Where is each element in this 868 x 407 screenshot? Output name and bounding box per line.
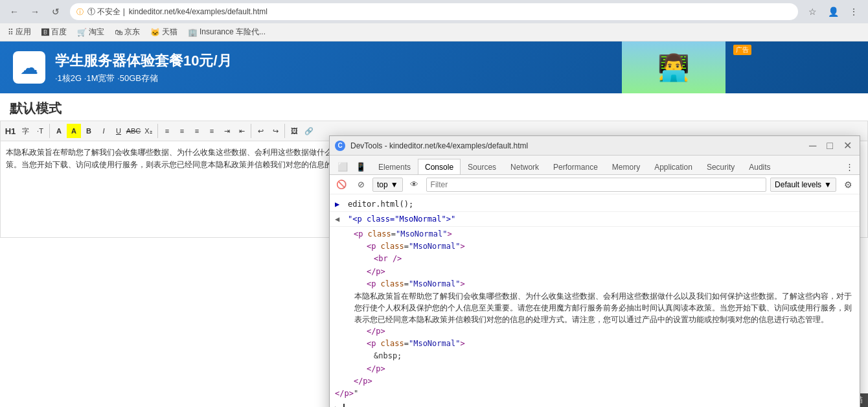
bookmark-baidu-label: 百度 (51, 27, 67, 38)
toolbar-h1[interactable]: H1 (3, 124, 17, 138)
bookmark-baidu[interactable]: 🅱 百度 (39, 25, 69, 39)
toolbar-align-right[interactable]: ≡ (190, 124, 204, 138)
html-line-5: <p class="MsoNormal"> (335, 278, 854, 290)
devtools-title: DevTools - kindeditor.net/ke4/examples/d… (350, 141, 801, 150)
devtools-minimize-button[interactable]: ─ (806, 139, 819, 152)
user-account-button[interactable]: 👤 (824, 3, 842, 21)
toolbar-link[interactable]: 🔗 (302, 124, 316, 138)
toolbar-undo[interactable]: ↩ (253, 124, 268, 138)
back-button[interactable]: ← (5, 3, 23, 21)
console-input-line[interactable]: ▶ (330, 401, 860, 407)
toolbar-image[interactable]: 🖼 (287, 124, 301, 138)
tab-elements[interactable]: Elements (371, 159, 418, 175)
cloud-icon: ☁ (20, 57, 38, 78)
bookmark-apps[interactable]: ⠿ 应用 (5, 25, 34, 39)
toolbar-align-center[interactable]: ≡ (175, 124, 189, 138)
apps-icon: ⠿ (8, 28, 14, 37)
toolbar-redo[interactable]: ↪ (268, 124, 282, 138)
console-line-output: ◀ "<p class="MsoNormal">" (330, 212, 860, 227)
console-arrow-right: ▶ (335, 198, 344, 210)
toolbar-indent[interactable]: ⇥ (220, 124, 234, 138)
tab-application[interactable]: Application (647, 159, 700, 175)
toolbar-strikethrough[interactable]: ABC (126, 124, 141, 138)
tab-sources[interactable]: Sources (461, 159, 503, 175)
toolbar-sep-4 (284, 124, 285, 138)
console-stop-button[interactable]: ⊘ (353, 177, 369, 192)
toolbar-align-justify[interactable]: ≡ (205, 124, 219, 138)
ad-subtitle: ·1核2G ·1M宽带 ·50GB存储 (55, 73, 232, 84)
tab-audits[interactable]: Audits (742, 159, 777, 175)
bookmark-insurance[interactable]: 🏢 Insurance 车险代... (185, 25, 268, 39)
tab-security[interactable]: Security (700, 159, 742, 175)
bookmark-star-button[interactable]: ☆ (803, 3, 821, 21)
toolbar-outdent[interactable]: ⇤ (234, 124, 249, 138)
bookmark-tianmao[interactable]: 🐱 天猫 (148, 25, 180, 39)
console-filter-input[interactable] (426, 178, 766, 192)
toolbar-underline[interactable]: U (111, 124, 126, 138)
console-line-input: ▶ editor.html(); (330, 197, 860, 212)
devtools-tab-icons: ⬜ 📱 (332, 159, 371, 174)
ad-banner: ☁ 学生服务器体验套餐10元/月 ·1核2G ·1M宽带 ·50GB存储 👨‍💻… (0, 41, 868, 93)
bookmark-taobao-label: 淘宝 (89, 27, 104, 38)
tab-performance[interactable]: Performance (546, 159, 605, 175)
ad-main-title: 学生服务器体验套餐10元/月 (55, 51, 232, 71)
taobao-icon: 🛒 (77, 28, 87, 37)
toolbar-italic[interactable]: I (97, 124, 111, 138)
security-icon: ⓘ (76, 7, 84, 17)
toolbar-font-size[interactable]: ·T (33, 124, 47, 138)
devtools-more-button[interactable]: ⋮ (841, 159, 857, 174)
devtools-console[interactable]: ▶ editor.html(); ◀ "<p class="MsoNormal"… (330, 194, 860, 407)
tab-memory[interactable]: Memory (605, 159, 647, 175)
console-input-text: editor.html(); (348, 198, 413, 210)
level-label: Default levels (775, 180, 821, 189)
html-close-outer: </p> (335, 375, 854, 388)
nav-buttons: ← → ↺ (5, 3, 65, 21)
address-bar[interactable]: ⓘ ① 不安全 | kindeditor.net/ke4/examples/de… (70, 3, 798, 20)
ad-tag: 广告 (733, 45, 751, 55)
devtools-device-button[interactable]: 📱 (353, 159, 369, 174)
forward-button[interactable]: → (26, 3, 44, 21)
bookmark-taobao[interactable]: 🛒 淘宝 (74, 25, 107, 39)
bookmark-jingdong-label: 京东 (124, 27, 140, 38)
tab-network[interactable]: Network (503, 159, 546, 175)
html-line-2: <p class="MsoNormal"> (335, 240, 854, 253)
toolbar-bold[interactable]: B (82, 124, 96, 138)
context-arrow-icon: ▼ (391, 180, 398, 189)
console-settings-button[interactable]: ⚙ (840, 177, 856, 192)
devtools-favicon: C (335, 141, 345, 151)
toolbar-sep-1 (49, 124, 50, 138)
html-line-4: </p> (335, 266, 854, 278)
protocol-label: ① 不安全 | (87, 6, 125, 17)
devtools-panel: C DevTools - kindeditor.net/ke4/examples… (329, 135, 860, 407)
bookmark-jingdong[interactable]: 🛍 京东 (112, 25, 143, 39)
reload-button[interactable]: ↺ (47, 3, 65, 21)
toolbar-sep-3 (251, 124, 251, 138)
html-close-root: </p>" (335, 388, 854, 400)
more-options-button[interactable]: ⋮ (845, 3, 863, 21)
toolbar-font-color[interactable]: A (52, 124, 66, 138)
console-clear-button[interactable]: 🚫 (334, 177, 349, 192)
bookmark-apps-label: 应用 (16, 27, 31, 38)
browser-frame: ← → ↺ ⓘ ① 不安全 | kindeditor.net/ke4/examp… (0, 0, 868, 407)
browser-titlebar: ← → ↺ ⓘ ① 不安全 | kindeditor.net/ke4/examp… (0, 0, 868, 23)
devtools-titlebar: C DevTools - kindeditor.net/ke4/examples… (330, 136, 860, 156)
console-eye-button[interactable]: 👁 (407, 177, 422, 192)
context-label: top (377, 180, 388, 189)
devtools-window-buttons: ─ □ ✕ (806, 139, 854, 152)
devtools-inspect-button[interactable]: ⬜ (335, 159, 350, 174)
toolbar-align-left[interactable]: ≡ (160, 124, 174, 138)
toolbar-font-name[interactable]: 字 (18, 124, 32, 138)
input-prompt-icon: ▶ (335, 404, 339, 407)
html-close-inner: </p> (335, 363, 854, 375)
toolbar-bg-color[interactable]: A (67, 124, 81, 138)
devtools-maximize-button[interactable]: □ (824, 139, 836, 152)
html-content-block: 本隐私政策旨在帮助您了解我们会收集哪些数据、为什么收集这些数据、会利用这些数据做… (335, 290, 854, 325)
toolbar-subscript[interactable]: X₂ (141, 124, 155, 138)
devtools-close-button[interactable]: ✕ (841, 139, 854, 152)
console-level-select[interactable]: Default levels ▼ (770, 178, 836, 192)
jingdong-icon: 🛍 (115, 28, 122, 37)
tab-console[interactable]: Console (418, 159, 461, 175)
ad-title-block: 学生服务器体验套餐10元/月 ·1核2G ·1M宽带 ·50GB存储 (55, 51, 232, 84)
devtools-tabs: ⬜ 📱 Elements Console Sources Network Per… (330, 156, 860, 175)
console-context-selector[interactable]: top ▼ (372, 178, 403, 192)
